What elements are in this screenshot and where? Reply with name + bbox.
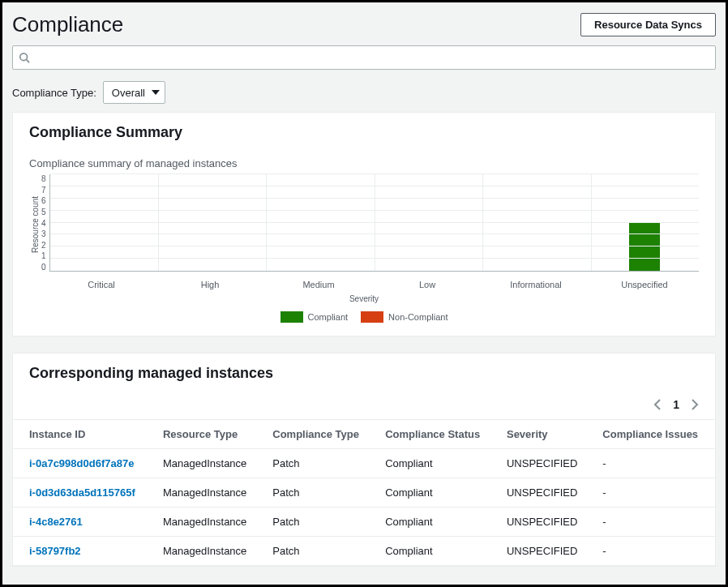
xtick: High bbox=[156, 275, 264, 289]
table-row: i-58797fb2ManagedInstancePatchCompliantU… bbox=[13, 537, 715, 566]
compliance-issues-cell: - bbox=[593, 508, 715, 537]
compliance-status-cell: Compliant bbox=[375, 478, 497, 508]
chart-xaxis: CriticalHighMediumLowInformationalUnspec… bbox=[47, 275, 699, 289]
column-header[interactable]: Severity bbox=[497, 420, 593, 449]
instance-id-link: i-58797fb2 bbox=[13, 537, 153, 566]
page-title: Compliance bbox=[12, 12, 123, 37]
pager: 1 bbox=[13, 390, 715, 419]
chart-yaxis: 876543210 bbox=[41, 174, 49, 272]
ytick: 7 bbox=[41, 186, 46, 195]
search-icon bbox=[19, 52, 30, 63]
caret-down-icon bbox=[152, 90, 160, 95]
table-row: i-0a7c998d0d6f7a87eManagedInstancePatchC… bbox=[13, 449, 715, 478]
summary-subtitle: Compliance summary of managed instances bbox=[13, 149, 715, 169]
instance-link[interactable]: i-0d3d63da5d115765f bbox=[29, 486, 135, 499]
legend-label: Non-Compliant bbox=[388, 312, 448, 322]
column-header[interactable]: Resource Type bbox=[153, 420, 263, 449]
severity-cell: UNSPECIFIED bbox=[497, 508, 593, 537]
compliance-type-cell: Patch bbox=[263, 478, 375, 508]
ytick: 3 bbox=[41, 229, 46, 238]
chart-plot bbox=[49, 174, 699, 272]
instances-table: Instance IDResource TypeCompliance TypeC… bbox=[13, 419, 715, 566]
compliance-issues-cell: - bbox=[593, 478, 715, 508]
instance-link[interactable]: i-58797fb2 bbox=[29, 545, 81, 557]
severity-cell: UNSPECIFIED bbox=[497, 478, 593, 508]
bar-column bbox=[375, 174, 482, 271]
instance-id-link: i-0a7c998d0d6f7a87e bbox=[13, 449, 153, 478]
legend-label: Compliant bbox=[308, 312, 349, 322]
chart-legend: CompliantNon-Compliant bbox=[29, 311, 699, 323]
instances-panel: Corresponding managed instances 1 Instan… bbox=[12, 353, 716, 567]
legend-item: Non-Compliant bbox=[361, 311, 448, 323]
svg-point-0 bbox=[20, 54, 28, 61]
xtick: Critical bbox=[47, 275, 156, 289]
column-header[interactable]: Compliance Issues bbox=[593, 420, 715, 449]
xtick: Informational bbox=[482, 275, 590, 289]
ytick: 8 bbox=[41, 174, 46, 183]
ytick: 0 bbox=[41, 263, 46, 272]
bar-column bbox=[158, 174, 266, 271]
xtick: Medium bbox=[264, 275, 373, 289]
bar-column bbox=[482, 174, 590, 271]
severity-cell: UNSPECIFIED bbox=[497, 449, 593, 478]
resource-type-cell: ManagedInstance bbox=[153, 478, 263, 508]
ytick: 1 bbox=[41, 251, 46, 260]
compliance-type-label: Compliance Type: bbox=[12, 87, 96, 99]
bar-column bbox=[266, 174, 374, 271]
legend-item: Compliant bbox=[280, 311, 349, 323]
instance-link[interactable]: i-4c8e2761 bbox=[29, 516, 83, 528]
legend-swatch bbox=[361, 311, 383, 323]
compliance-type-cell: Patch bbox=[263, 449, 375, 478]
compliance-issues-cell: - bbox=[593, 449, 715, 478]
severity-cell: UNSPECIFIED bbox=[497, 537, 593, 566]
page-number: 1 bbox=[673, 398, 679, 411]
xtick: Low bbox=[373, 275, 482, 289]
bar-column bbox=[50, 174, 158, 271]
bar-column bbox=[591, 174, 699, 271]
compliance-chart: Resource count 876543210 CriticalHighMed… bbox=[13, 169, 715, 336]
compliance-status-cell: Compliant bbox=[375, 449, 497, 478]
prev-page-icon[interactable] bbox=[653, 399, 662, 410]
ytick: 2 bbox=[41, 241, 46, 250]
table-row: i-4c8e2761ManagedInstancePatchCompliantU… bbox=[13, 508, 715, 537]
next-page-icon[interactable] bbox=[691, 399, 699, 410]
compliance-type-cell: Patch bbox=[263, 508, 375, 537]
table-row: i-0d3d63da5d115765fManagedInstancePatchC… bbox=[13, 478, 715, 508]
column-header[interactable]: Compliance Status bbox=[375, 420, 497, 449]
chart-ylabel: Resource count bbox=[29, 174, 41, 275]
summary-title: Compliance Summary bbox=[13, 113, 715, 149]
search-bar bbox=[12, 45, 716, 70]
ytick: 5 bbox=[41, 208, 46, 216]
bar bbox=[629, 223, 660, 272]
svg-line-1 bbox=[27, 60, 30, 63]
compliance-type-cell: Patch bbox=[263, 537, 375, 566]
search-input[interactable] bbox=[12, 45, 716, 70]
compliance-type-select[interactable]: Overall bbox=[103, 81, 165, 104]
ytick: 6 bbox=[41, 196, 46, 205]
resource-type-cell: ManagedInstance bbox=[153, 508, 263, 537]
instances-title: Corresponding managed instances bbox=[13, 353, 715, 390]
chart-xlabel: Severity bbox=[29, 294, 699, 303]
resource-type-cell: ManagedInstance bbox=[153, 449, 263, 478]
instance-id-link: i-4c8e2761 bbox=[13, 508, 153, 537]
compliance-issues-cell: - bbox=[593, 537, 715, 566]
compliance-status-cell: Compliant bbox=[375, 508, 497, 537]
resource-type-cell: ManagedInstance bbox=[153, 537, 263, 566]
compliance-summary-panel: Compliance Summary Compliance summary of… bbox=[12, 112, 716, 336]
ytick: 4 bbox=[41, 219, 46, 228]
column-header[interactable]: Instance ID bbox=[13, 420, 153, 449]
compliance-type-value: Overall bbox=[112, 87, 145, 99]
xtick: Unspecified bbox=[590, 275, 699, 289]
resource-data-syncs-button[interactable]: Resource Data Syncs bbox=[580, 13, 716, 36]
instance-id-link: i-0d3d63da5d115765f bbox=[13, 478, 153, 508]
column-header[interactable]: Compliance Type bbox=[263, 420, 375, 449]
compliance-status-cell: Compliant bbox=[375, 537, 497, 566]
legend-swatch bbox=[280, 311, 303, 323]
instance-link[interactable]: i-0a7c998d0d6f7a87e bbox=[29, 457, 134, 469]
